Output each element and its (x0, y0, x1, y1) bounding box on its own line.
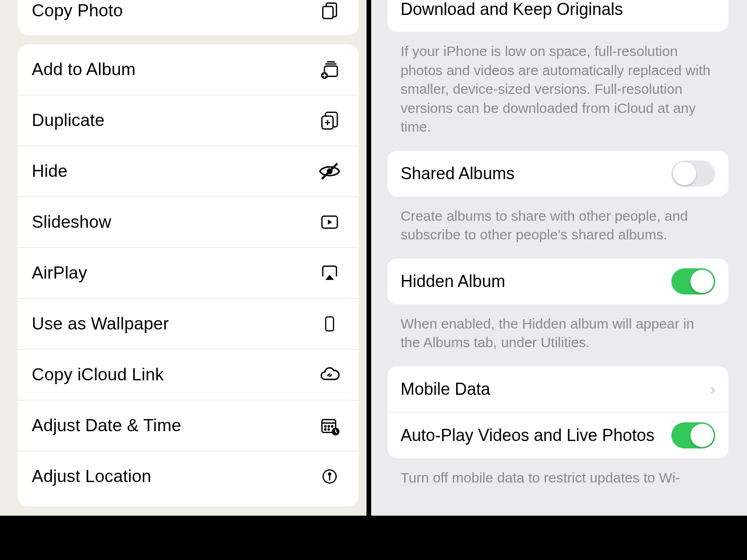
download-originals-label: Download and Keep Originals (401, 0, 715, 29)
add-to-album-icon (317, 56, 343, 83)
shared-albums-footer: Create albums to share with other people… (388, 202, 728, 259)
adjust-date-time-row[interactable]: Adjust Date & Time (18, 400, 359, 451)
use-as-wallpaper-row[interactable]: Use as Wallpaper (18, 299, 359, 350)
use-as-wallpaper-label: Use as Wallpaper (32, 314, 317, 334)
download-originals-row[interactable]: Download and Keep Originals (388, 0, 728, 32)
slideshow-row[interactable]: Slideshow (18, 197, 359, 248)
adjust-location-label: Adjust Location (32, 467, 317, 486)
action-card-top: Copy Photo (18, 0, 359, 35)
shared-albums-toggle[interactable] (671, 161, 715, 187)
hide-row[interactable]: Hide (18, 146, 359, 197)
add-to-album-label: Add to Album (32, 60, 317, 79)
copy-icloud-link-row[interactable]: Copy iCloud Link (18, 350, 359, 400)
shared-albums-row[interactable]: Shared Albums (388, 151, 728, 196)
autoplay-row[interactable]: Auto-Play Videos and Live Photos (388, 413, 728, 458)
svg-point-18 (331, 426, 333, 427)
svg-point-20 (328, 429, 330, 430)
photo-action-sheet: Copy Photo Add to Album (0, 0, 369, 516)
airplay-icon (317, 260, 343, 286)
hidden-album-toggle[interactable] (671, 268, 715, 294)
chevron-right-icon: › (710, 380, 715, 398)
svg-point-23 (328, 472, 331, 476)
hide-icon (317, 158, 343, 184)
action-card-main: Add to Album Duplicate (18, 44, 359, 506)
hidden-album-footer: When enabled, the Hidden album will appe… (388, 310, 728, 366)
airplay-row[interactable]: AirPlay (18, 248, 359, 299)
svg-point-17 (328, 426, 330, 427)
svg-point-16 (324, 426, 326, 427)
mobile-data-label: Mobile Data (401, 369, 710, 409)
location-pin-icon (317, 463, 343, 490)
duplicate-row[interactable]: Duplicate (18, 95, 359, 146)
photos-settings-panel: Download and Keep Originals If your iPho… (369, 0, 747, 516)
slideshow-label: Slideshow (32, 212, 317, 232)
adjust-location-row[interactable]: Adjust Location (18, 451, 359, 502)
autoplay-label: Auto-Play Videos and Live Photos (401, 415, 671, 455)
calendar-clock-icon (317, 413, 343, 439)
duplicate-label: Duplicate (32, 111, 317, 130)
svg-rect-13 (326, 317, 334, 331)
copy-icon (317, 0, 343, 24)
hidden-album-row[interactable]: Hidden Album (388, 259, 728, 304)
vertical-divider (366, 0, 371, 516)
duplicate-icon (317, 107, 343, 133)
hidden-album-label: Hidden Album (401, 261, 671, 301)
wallpaper-icon (317, 311, 343, 337)
copy-photo-label: Copy Photo (32, 1, 317, 21)
adjust-date-time-label: Adjust Date & Time (32, 416, 317, 435)
bottom-footer: Turn off mobile data to restrict updates… (388, 464, 728, 488)
svg-line-11 (322, 163, 337, 179)
mobile-data-row[interactable]: Mobile Data › (388, 366, 728, 413)
autoplay-toggle[interactable] (671, 422, 715, 448)
shared-albums-card: Shared Albums (388, 151, 728, 196)
copy-icloud-link-label: Copy iCloud Link (32, 365, 317, 385)
download-originals-card: Download and Keep Originals (388, 0, 728, 32)
airplay-label: AirPlay (32, 263, 317, 283)
copy-photo-row[interactable]: Copy Photo (18, 0, 359, 35)
icloud-link-icon (317, 362, 343, 388)
add-to-album-row[interactable]: Add to Album (18, 44, 359, 95)
hide-label: Hide (32, 161, 317, 181)
svg-rect-0 (323, 6, 333, 18)
slideshow-icon (317, 209, 343, 235)
download-originals-footer: If your iPhone is low on space, full-res… (388, 37, 728, 151)
mobile-autoplay-card: Mobile Data › Auto-Play Videos and Live … (388, 366, 728, 458)
hidden-album-card: Hidden Album (388, 259, 728, 304)
shared-albums-label: Shared Albums (401, 154, 671, 193)
svg-point-19 (324, 429, 326, 430)
